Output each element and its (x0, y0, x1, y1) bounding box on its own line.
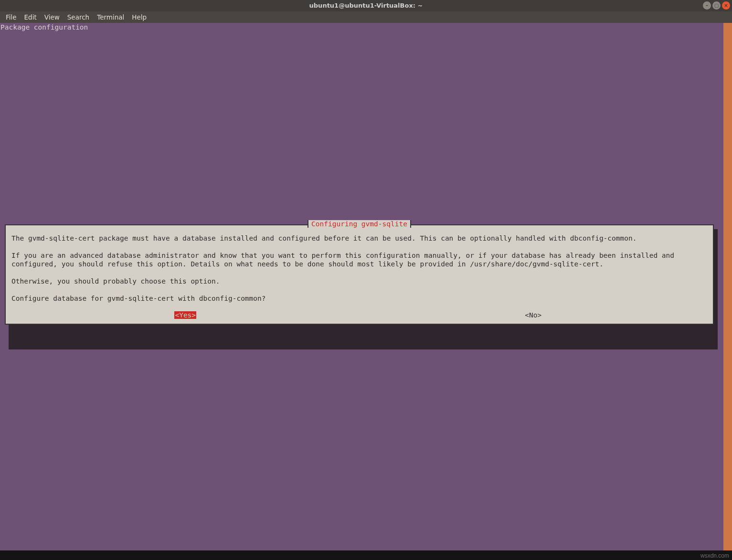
dialog-text-2: If you are an advanced database administ… (11, 251, 707, 268)
menu-file[interactable]: File (2, 13, 21, 21)
config-dialog: Configuring gvmd-sqlite The gvmd-sqlite-… (5, 224, 714, 325)
terminal-area[interactable]: Package configuration Configuring gvmd-s… (0, 23, 732, 551)
dialog-buttons: <Yes> <No> (11, 311, 707, 319)
yes-button[interactable]: <Yes> (174, 311, 196, 319)
window-title: ubuntu1@ubuntu1-VirtualBox: ~ (309, 2, 423, 9)
close-icon[interactable]: × (722, 1, 730, 10)
dialog-text-3: Otherwise, you should probably choose th… (11, 277, 707, 285)
menu-bar: File Edit View Search Terminal Help (0, 11, 732, 23)
watermark: wsxdn.com (0, 550, 732, 560)
maximize-icon[interactable]: ▢ (712, 1, 721, 10)
menu-edit[interactable]: Edit (21, 13, 41, 21)
menu-search[interactable]: Search (64, 13, 93, 21)
menu-view[interactable]: View (41, 13, 64, 21)
window-controls: – ▢ × (703, 1, 730, 10)
no-button[interactable]: <No> (525, 311, 541, 319)
minimize-icon[interactable]: – (703, 1, 711, 10)
menu-help[interactable]: Help (128, 13, 150, 21)
scrollbar[interactable] (723, 23, 732, 551)
dialog-text-1: The gvmd-sqlite-cert package must have a… (11, 234, 707, 243)
menu-terminal[interactable]: Terminal (93, 13, 128, 21)
package-configuration-header: Package configuration (0, 23, 732, 32)
dialog-title: Configuring gvmd-sqlite (308, 220, 411, 228)
window-title-bar: ubuntu1@ubuntu1-VirtualBox: ~ – ▢ × (0, 0, 732, 11)
dialog-text-4: Configure database for gvmd-sqlite-cert … (11, 294, 707, 303)
